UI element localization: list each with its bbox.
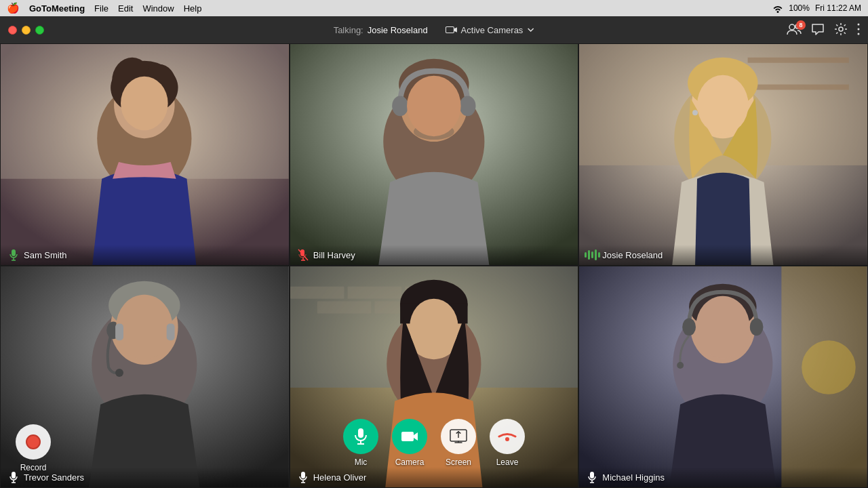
svg-point-79 xyxy=(682,318,696,336)
active-cameras-button[interactable]: Active Cameras xyxy=(461,25,535,35)
title-bar-center: Talking: Josie Roseland Active Cameras xyxy=(334,25,535,35)
svg-point-25 xyxy=(407,76,461,137)
close-button[interactable] xyxy=(8,26,17,35)
record-icon xyxy=(16,424,51,460)
participants-button[interactable]: 8 xyxy=(787,23,802,37)
svg-rect-63 xyxy=(358,428,363,438)
svg-rect-0 xyxy=(446,27,454,33)
battery-level: 100% xyxy=(789,3,810,13)
trevor-name: Trevor Sanders xyxy=(24,472,84,483)
video-cell-sam: Sam Smith xyxy=(0,43,290,266)
microphone-icon xyxy=(9,249,18,261)
svg-rect-33 xyxy=(748,85,849,90)
video-cell-bill: Bill Harvey xyxy=(290,43,579,266)
michael-mic-icon xyxy=(586,471,598,483)
menu-bar-right: 100% Fri 11:22 AM xyxy=(772,3,861,13)
menu-edit[interactable]: Edit xyxy=(118,3,133,14)
sam-video-bg xyxy=(1,44,289,265)
svg-point-62 xyxy=(410,299,458,356)
svg-point-22 xyxy=(392,96,408,116)
mic-toolbar-icon xyxy=(343,419,378,454)
leave-icon xyxy=(490,419,525,454)
participant-count-badge: 8 xyxy=(796,20,806,30)
svg-rect-56 xyxy=(317,302,371,314)
minimize-button[interactable] xyxy=(22,26,31,35)
svg-point-3 xyxy=(839,27,843,31)
bill-video-bg xyxy=(290,44,578,265)
bill-mic-icon xyxy=(297,249,309,261)
josie-mic-icon xyxy=(586,249,598,261)
screen-share-button[interactable]: Screen xyxy=(441,419,476,467)
svg-rect-47 xyxy=(167,323,175,340)
camera-toolbar-button[interactable]: Camera xyxy=(392,419,427,467)
screen-label: Screen xyxy=(446,458,471,467)
svg-point-4 xyxy=(858,23,860,25)
josie-video-bg xyxy=(579,44,867,265)
svg-point-5 xyxy=(858,28,860,30)
fullscreen-button[interactable] xyxy=(35,26,44,35)
bill-name: Bill Harvey xyxy=(313,250,355,260)
helena-name-bar: Helena Oliver xyxy=(290,467,578,487)
menu-file[interactable]: File xyxy=(94,3,108,14)
microphone-icon-michael xyxy=(587,471,597,483)
menu-items: File Edit Window Help xyxy=(94,3,201,14)
svg-point-75 xyxy=(802,340,856,394)
svg-point-23 xyxy=(459,96,475,116)
traffic-lights xyxy=(8,26,44,35)
svg-rect-70 xyxy=(301,472,305,479)
svg-point-45 xyxy=(116,295,173,359)
app-name: GoToMeeting xyxy=(29,3,85,14)
chat-icon xyxy=(811,23,825,35)
svg-point-37 xyxy=(697,75,749,135)
chat-button[interactable] xyxy=(811,23,825,37)
camera-view-icon xyxy=(446,25,458,35)
sam-name-bar: Sam Smith xyxy=(1,245,289,265)
meeting-toolbar: Mic Camera xyxy=(343,419,525,467)
bill-name-bar: Bill Harvey xyxy=(290,245,578,265)
helena-mic-icon xyxy=(297,471,309,483)
josie-name-bar: Josie Roseland xyxy=(579,245,867,265)
record-button[interactable]: Record xyxy=(16,424,51,472)
mic-icon-svg xyxy=(353,428,368,445)
app-title-bar: Talking: Josie Roseland Active Cameras 8 xyxy=(0,16,868,43)
screen-icon xyxy=(441,419,476,454)
apple-logo-icon: 🍎 xyxy=(7,2,20,14)
svg-point-6 xyxy=(858,33,860,35)
settings-icon xyxy=(834,22,848,36)
microphone-icon-helena xyxy=(298,471,308,483)
svg-point-1 xyxy=(789,24,795,30)
sam-name: Sam Smith xyxy=(24,250,67,260)
leave-button[interactable]: Leave xyxy=(490,419,525,467)
more-options-button[interactable] xyxy=(857,23,860,37)
settings-button[interactable] xyxy=(834,22,848,38)
mic-muted-icon xyxy=(298,249,309,261)
svg-rect-66 xyxy=(401,432,414,441)
trevor-mic-icon xyxy=(7,471,20,483)
josie-name: Josie Roseland xyxy=(602,250,663,260)
mac-menu-bar: 🍎 GoToMeeting File Edit Window Help 100%… xyxy=(0,0,868,16)
talking-name: Josie Roseland xyxy=(368,25,428,35)
svg-rect-48 xyxy=(12,472,16,479)
record-dot xyxy=(26,434,41,449)
svg-point-14 xyxy=(121,77,168,131)
svg-point-43 xyxy=(115,369,123,377)
menu-help[interactable]: Help xyxy=(184,3,202,14)
michael-video-bg xyxy=(579,266,867,487)
video-cell-josie: Josie Roseland xyxy=(578,43,868,266)
svg-rect-46 xyxy=(115,323,123,340)
video-cell-michael: Michael Higgins xyxy=(578,266,868,488)
camera-label: Camera xyxy=(395,458,425,467)
svg-rect-83 xyxy=(590,472,594,479)
menu-window[interactable]: Window xyxy=(142,3,174,14)
svg-rect-54 xyxy=(347,287,401,299)
video-cell-trevor: Record Trevor Sanders xyxy=(0,266,290,488)
mic-button[interactable]: Mic xyxy=(343,419,378,467)
record-label: Record xyxy=(20,463,47,472)
view-label: Active Cameras xyxy=(461,25,524,35)
more-dots-icon xyxy=(857,23,860,35)
microphone-icon-trevor xyxy=(9,471,18,483)
screen-icon-svg xyxy=(450,429,467,444)
video-grid: Sam Smith xyxy=(0,43,868,488)
camera-toolbar-icon xyxy=(392,419,427,454)
audio-bars xyxy=(585,249,600,260)
